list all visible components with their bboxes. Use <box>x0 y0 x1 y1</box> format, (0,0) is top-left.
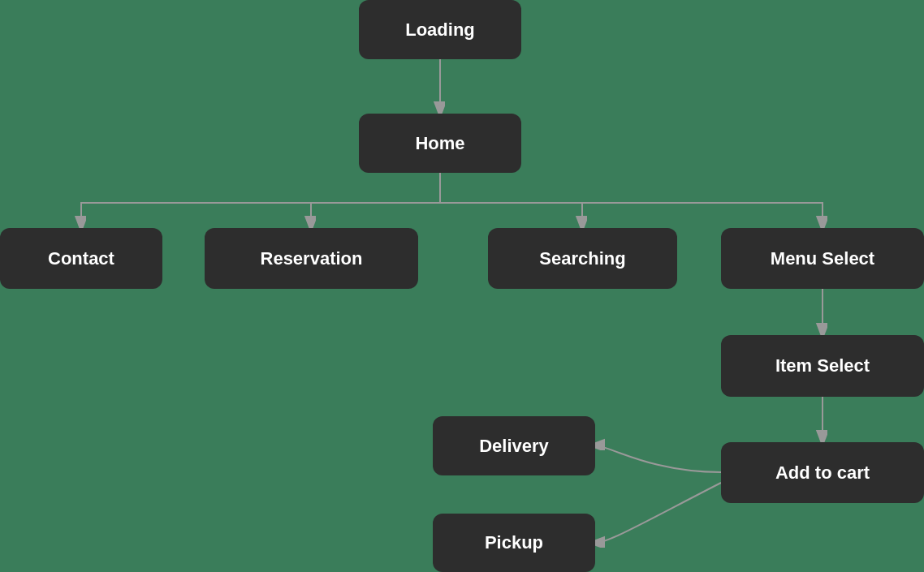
node-contact: Contact <box>0 228 162 289</box>
node-loading: Loading <box>359 0 521 59</box>
node-reservation: Reservation <box>205 228 418 289</box>
node-menu-select: Menu Select <box>721 228 924 289</box>
node-item-select: Item Select <box>721 335 924 397</box>
node-searching: Searching <box>488 228 677 289</box>
node-add-to-cart: Add to cart <box>721 442 924 503</box>
node-home: Home <box>359 114 521 173</box>
node-pickup: Pickup <box>433 514 595 572</box>
node-delivery: Delivery <box>433 416 595 475</box>
flowchart-diagram: Loading Home Contact Reservation Searchi… <box>0 0 924 572</box>
